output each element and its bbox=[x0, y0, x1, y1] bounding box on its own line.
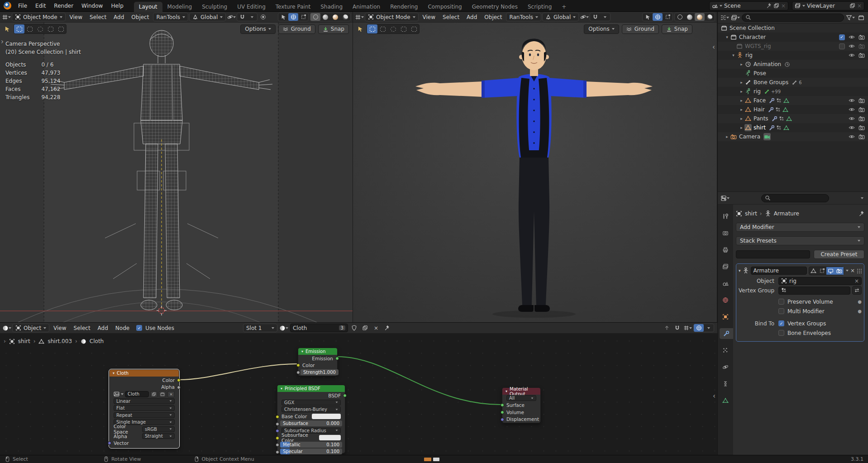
render-visibility-icon[interactable] bbox=[858, 115, 866, 122]
multi-modifier-checkbox[interactable]: ✓ bbox=[778, 308, 784, 314]
rantools-dropdown[interactable]: RanTools bbox=[506, 13, 541, 21]
new-material-icon[interactable] bbox=[361, 324, 370, 332]
shader-editor[interactable]: Object View Select Add Node ✓ Use Nodes … bbox=[0, 322, 717, 455]
invert-vertex-group-button[interactable] bbox=[852, 286, 862, 295]
pin-icon[interactable] bbox=[766, 3, 772, 9]
menu-object[interactable]: Object bbox=[481, 14, 505, 20]
disclosure-icon[interactable]: ▸ bbox=[739, 62, 744, 67]
render-visibility-icon[interactable] bbox=[858, 52, 866, 58]
sss-method-select[interactable]: Christensen-Burley bbox=[281, 406, 341, 412]
shading-rendered-icon[interactable] bbox=[705, 13, 715, 21]
ground-toggle[interactable]: Ground bbox=[278, 24, 315, 34]
stack-presets-dropdown[interactable]: Stack Presets bbox=[736, 236, 864, 245]
snap-toggle[interactable]: Snap bbox=[318, 24, 349, 34]
socket-volume-in[interactable] bbox=[501, 410, 504, 414]
workspace-tab-shading[interactable]: Shading bbox=[315, 2, 348, 12]
object-field[interactable]: rig × bbox=[778, 277, 862, 285]
toolbar-expand-arrow[interactable]: › bbox=[1, 39, 4, 44]
shader-type-dropdown[interactable]: Object bbox=[12, 324, 49, 332]
metallic-slider[interactable]: Metallic0.100 bbox=[280, 442, 342, 448]
workspace-tab-sculpting[interactable]: Sculpting bbox=[197, 2, 232, 12]
menu-help[interactable]: Help bbox=[107, 0, 127, 12]
socket-sss-color-in[interactable] bbox=[276, 436, 279, 440]
tab-physics[interactable] bbox=[720, 362, 731, 372]
disclosure-icon[interactable]: ▸ bbox=[739, 107, 744, 112]
menu-render[interactable]: Render bbox=[50, 0, 77, 12]
snap-toggle[interactable]: Snap bbox=[662, 24, 692, 34]
options-chevron-icon[interactable] bbox=[861, 197, 863, 199]
tab-output[interactable] bbox=[720, 244, 731, 255]
display-mode-icon[interactable] bbox=[731, 13, 740, 22]
outliner-row-character[interactable]: ▾ Character ✓ bbox=[718, 33, 868, 42]
snap-with-dropdown[interactable] bbox=[247, 13, 257, 21]
show-in-render-icon[interactable] bbox=[835, 267, 844, 275]
collection-checkbox[interactable]: ✓ bbox=[839, 43, 845, 49]
collapse-icon[interactable]: ▾ bbox=[301, 349, 303, 353]
create-preset-button[interactable]: Create Preset bbox=[814, 250, 864, 259]
image-name-field[interactable]: Cloth bbox=[125, 391, 149, 397]
pivot-dropdown[interactable] bbox=[227, 13, 236, 21]
workspace-tab-layout[interactable]: Layout bbox=[134, 2, 162, 12]
menu-view[interactable]: View bbox=[50, 325, 69, 331]
properties-search-input[interactable] bbox=[761, 194, 829, 202]
strength-slider[interactable]: Strength1.000 bbox=[300, 369, 339, 375]
overlays-icon[interactable] bbox=[653, 13, 663, 21]
collapse-icon[interactable]: ▾ bbox=[281, 387, 282, 391]
fake-user-icon[interactable] bbox=[350, 324, 359, 332]
xray-icon[interactable] bbox=[298, 13, 308, 21]
workspace-tab-add[interactable]: + bbox=[557, 2, 571, 12]
menu-select[interactable]: Select bbox=[86, 14, 110, 20]
workspace-tab-compositing[interactable]: Compositing bbox=[423, 2, 467, 12]
snap-magnet-icon[interactable] bbox=[672, 324, 682, 332]
workspace-tab-texture-paint[interactable]: Texture Paint bbox=[271, 2, 315, 12]
editor-type-icon[interactable] bbox=[355, 13, 364, 21]
snap-toggle-group[interactable] bbox=[590, 13, 610, 21]
projection-select[interactable]: Flat bbox=[114, 405, 175, 411]
extension-select[interactable]: Repeat bbox=[114, 412, 175, 418]
color-space-select[interactable]: sRGB bbox=[142, 426, 175, 432]
shading-rendered-icon[interactable] bbox=[340, 13, 350, 21]
hide-icon[interactable] bbox=[848, 43, 856, 49]
menu-select[interactable]: Select bbox=[439, 14, 463, 20]
render-visibility-icon[interactable] bbox=[858, 97, 866, 104]
socket-displacement-in[interactable] bbox=[501, 418, 504, 421]
alpha-select[interactable]: Straight bbox=[142, 433, 175, 439]
overlays-icon[interactable] bbox=[288, 13, 298, 21]
tab-world[interactable] bbox=[720, 295, 731, 305]
open-image-icon[interactable] bbox=[159, 391, 166, 397]
outliner-row-bone-groups[interactable]: ▸ Bone Groups 6 bbox=[718, 78, 868, 87]
disclosure-icon[interactable]: ▸ bbox=[739, 116, 744, 121]
options-dropdown[interactable]: Options bbox=[584, 24, 619, 34]
disclosure-icon[interactable]: ▾ bbox=[724, 35, 730, 39]
collapse-icon[interactable]: ▾ bbox=[113, 371, 114, 375]
render-visibility-icon[interactable] bbox=[858, 106, 866, 113]
decorator-dot[interactable]: ● bbox=[858, 309, 862, 314]
blender-logo-icon[interactable] bbox=[4, 2, 11, 10]
shading-wireframe-icon[interactable] bbox=[675, 13, 685, 21]
tab-object[interactable] bbox=[720, 311, 731, 322]
menu-view[interactable]: View bbox=[67, 14, 86, 20]
breadcrumb-object[interactable]: shirt bbox=[745, 210, 757, 217]
outliner-row-scene-collection[interactable]: Scene Collection bbox=[718, 24, 868, 33]
material-name-field[interactable]: Cloth 3 bbox=[290, 324, 348, 332]
disclosure-icon[interactable]: ▾ bbox=[730, 53, 736, 57]
active-tool-icon[interactable] bbox=[3, 25, 12, 33]
scene-selector[interactable]: Scene × bbox=[709, 1, 788, 10]
workspace-tab-animation[interactable]: Animation bbox=[348, 2, 385, 12]
socket-subsurface-in[interactable] bbox=[276, 422, 279, 426]
disclosure-icon[interactable]: ▸ bbox=[739, 80, 744, 85]
socket-surface-in[interactable] bbox=[501, 403, 504, 407]
menu-add[interactable]: Add bbox=[110, 14, 127, 20]
node-image-texture[interactable]: ▾Cloth Color Alpha Cloth × Linear Flat R… bbox=[109, 369, 179, 448]
gizmo-toggle-group[interactable] bbox=[278, 13, 309, 21]
outliner-row-rig[interactable]: ▾ rig bbox=[718, 51, 868, 60]
subsurface-slider[interactable]: Subsurface0.000 bbox=[280, 420, 342, 426]
workspace-tab-geometry-nodes[interactable]: Geometry Nodes bbox=[467, 2, 523, 12]
workspace-tab-modeling[interactable]: Modeling bbox=[162, 2, 197, 12]
overlays-toggle-group[interactable] bbox=[693, 324, 714, 332]
hide-icon[interactable] bbox=[848, 52, 856, 58]
sss-color-swatch[interactable] bbox=[319, 435, 341, 440]
render-visibility-icon[interactable] bbox=[858, 34, 866, 40]
magnet-icon[interactable] bbox=[237, 13, 247, 21]
socket-color-in[interactable] bbox=[296, 363, 300, 367]
